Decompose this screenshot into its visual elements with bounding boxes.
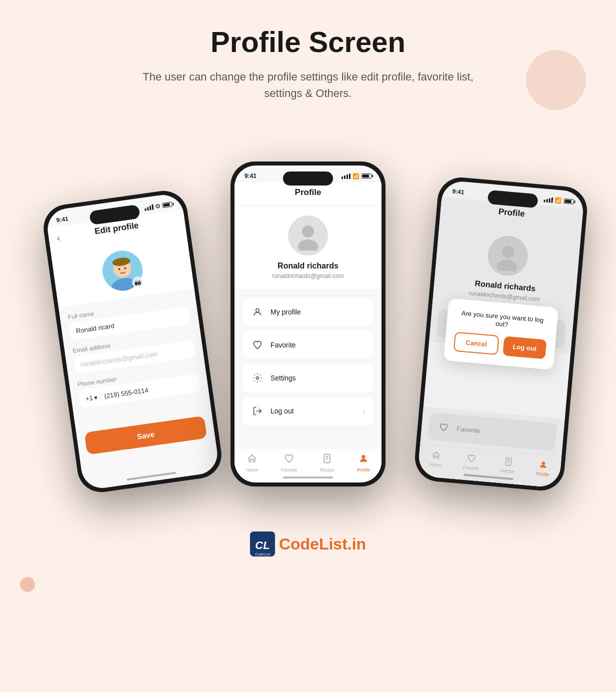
page-subtitle: The user can change the profile settings…: [133, 68, 483, 102]
favorite-icon-right: [436, 420, 451, 435]
menu-item-settings[interactable]: Settings: [242, 364, 374, 392]
status-icons-left: ⊙: [144, 200, 172, 212]
svg-point-15: [502, 246, 514, 258]
decorative-circle-bottom-left: [20, 577, 35, 592]
logout-dialog-screen: 9:41 📶 Profile: [418, 180, 585, 488]
edit-profile-screen: 9:41 ⊙ ‹ Edit profile: [45, 192, 220, 491]
home-indicator-center: [283, 476, 333, 478]
svg-point-14: [362, 455, 366, 458]
avatar-wrapper[interactable]: 📷: [100, 248, 145, 293]
fullname-value: Ronald ricard: [76, 322, 115, 335]
phone-edit-profile: 9:41 ⊙ ‹ Edit profile: [40, 188, 224, 496]
profile-user-section: Ronald richards ronaldrichards@gmail.com: [234, 206, 382, 290]
avatar-placeholder-svg-right: [492, 240, 524, 272]
settings-label: Settings: [270, 374, 366, 382]
phones-showcase: 9:41 ⊙ ‹ Edit profile: [0, 116, 616, 516]
recipe-nav-icon: [322, 454, 332, 466]
wifi-icon-right: 📶: [554, 197, 562, 204]
profile-menu-center: My profile Favorite: [234, 290, 382, 433]
nav-profile-active[interactable]: Profile: [357, 454, 370, 472]
menu-item-favorite[interactable]: Favorite: [242, 331, 374, 359]
favorite-nav-icon-right: [467, 454, 477, 464]
nav-home-right[interactable]: Home: [429, 450, 442, 468]
heart-icon: [252, 340, 262, 350]
logout-chevron-icon: ›: [363, 407, 366, 415]
footer: CL CodeList CodeList.in: [0, 516, 616, 576]
favorite-label: Favorite: [270, 341, 366, 349]
home-nav-icon-right: [431, 450, 441, 461]
back-button[interactable]: ‹: [56, 232, 60, 244]
profile-avatar-right: [486, 234, 530, 278]
nav-recipe[interactable]: Recipe: [320, 454, 334, 472]
logout-icon-svg: [252, 406, 262, 416]
person-icon: [252, 307, 262, 317]
dialog-question: Are you sure you want to log out?: [456, 309, 548, 332]
svg-point-6: [302, 226, 314, 238]
home-nav-label: Home: [246, 468, 258, 472]
favorite-nav-icon: [284, 454, 294, 466]
dialog-buttons: Cancel Log out: [454, 332, 547, 359]
svg-point-22: [542, 462, 546, 465]
battery-icon-left: [162, 202, 172, 208]
logout-label: Log out: [270, 407, 357, 415]
recipe-nav-label-right: Recipe: [500, 468, 515, 474]
country-dropdown-icon: ▾: [94, 393, 98, 401]
avatar-placeholder-svg: [293, 220, 323, 250]
profile-nav-label-right: Profile: [536, 471, 549, 477]
wifi-icon-center: 📶: [352, 173, 360, 180]
nav-favorite[interactable]: Favorite: [281, 454, 298, 472]
status-icons-center: 📶: [342, 173, 372, 180]
time-right: 9:41: [452, 188, 464, 196]
profile-title-right: Profile: [498, 207, 525, 219]
signal-icon-center: [342, 174, 350, 179]
logout-icon: [250, 404, 264, 418]
menu-item-logout[interactable]: Log out ›: [242, 397, 374, 425]
phone-profile: 9:41 📶 Profile: [230, 162, 386, 486]
favorite-nav-label-right: Favorite: [462, 464, 479, 471]
input-divider: [100, 392, 102, 400]
favorite-nav-label: Favorite: [281, 468, 298, 472]
recipe-nav-icon-right: [504, 457, 514, 468]
profile-nav-icon-right: [538, 460, 548, 470]
profile-user-name: Ronald richards: [278, 262, 338, 270]
svg-text:CL: CL: [255, 539, 270, 552]
profile-screen: 9:41 📶 Profile: [234, 166, 382, 482]
profile-nav-label: Profile: [357, 468, 370, 472]
nav-recipe-right[interactable]: Recipe: [500, 456, 516, 474]
nav-home[interactable]: Home: [246, 454, 258, 472]
svg-point-16: [496, 259, 518, 272]
heart-icon-right: [439, 422, 449, 432]
svg-point-8: [256, 308, 260, 312]
brand-domain: .in: [348, 535, 366, 553]
profile-header-center: Profile: [234, 182, 382, 206]
gear-icon: [252, 373, 262, 383]
profile-nav-icon: [358, 454, 368, 466]
codelist-logo-svg: CL CodeList: [250, 532, 275, 556]
decorative-circle-top-right: [526, 50, 586, 110]
dialog-cancel-button[interactable]: Cancel: [454, 332, 500, 355]
menu-item-my-profile[interactable]: My profile: [242, 298, 374, 326]
settings-icon: [250, 371, 264, 385]
svg-point-7: [298, 240, 318, 250]
profile-avatar-center: [288, 216, 328, 256]
my-profile-icon: [250, 305, 264, 319]
svg-text:CodeList: CodeList: [255, 552, 270, 556]
svg-point-9: [256, 377, 259, 380]
logout-dialog: Are you sure you want to log out? Cancel…: [444, 298, 558, 370]
nav-profile-active-right[interactable]: Profile: [536, 460, 550, 477]
favorite-icon: [250, 338, 264, 352]
profile-user-email: ronaldrichards@gmail.com: [272, 272, 344, 280]
save-button[interactable]: Save: [84, 416, 207, 455]
email-placeholder: ronaldrichards@gmail.com: [80, 350, 158, 368]
dialog-logout-button[interactable]: Log out: [502, 336, 546, 359]
country-code-value: +1: [85, 394, 94, 402]
nav-favorite-right[interactable]: Favorite: [462, 453, 480, 471]
edit-profile-form: Full name Ronald ricard Email address ro…: [58, 288, 210, 424]
phone-number-value: (219) 555-0114: [104, 386, 148, 400]
header-section: Profile Screen The user can change the p…: [0, 0, 616, 116]
favorite-label-right: Favorite: [456, 425, 480, 434]
recipe-nav-label: Recipe: [320, 468, 334, 472]
signal-icon-right: [544, 196, 553, 203]
menu-item-favorite-right: Favorite: [428, 412, 558, 451]
country-code[interactable]: +1 ▾: [85, 393, 98, 402]
